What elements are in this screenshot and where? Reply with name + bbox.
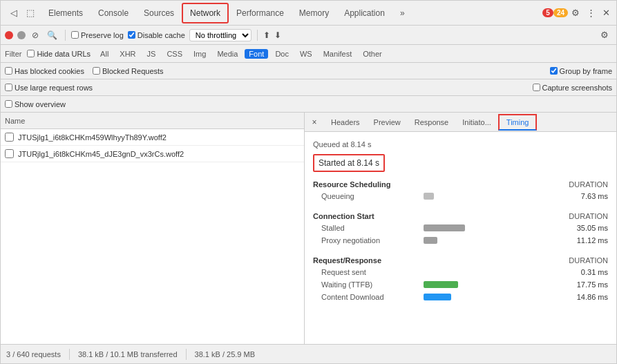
- preserve-log-text: Preserve log: [81, 31, 124, 39]
- network-settings-icon[interactable]: ⚙: [597, 28, 612, 43]
- request-response-section: Request/Response DURATION Request sent 0…: [313, 253, 608, 303]
- capture-screenshots-label[interactable]: Capture screenshots: [533, 84, 613, 92]
- tab-network[interactable]: Network: [182, 3, 229, 23]
- capture-screenshots-text: Capture screenshots: [542, 84, 613, 92]
- tab-console[interactable]: Console: [91, 3, 136, 23]
- tab-elements[interactable]: Elements: [41, 3, 91, 23]
- blocked-requests-label[interactable]: Blocked Requests: [93, 67, 164, 75]
- tab-performance[interactable]: Performance: [229, 3, 292, 23]
- stalled-bar: [424, 224, 465, 231]
- requests-count: 3 / 640 requests: [6, 350, 61, 358]
- resources-info: 38.1 kB / 25.9 MB: [195, 350, 255, 358]
- warning-badge: 24: [553, 8, 568, 17]
- divider-2: [257, 30, 258, 41]
- tab-memory[interactable]: Memory: [292, 3, 336, 23]
- transferred-info: 38.1 kB / 10.1 MB transferred: [78, 350, 178, 358]
- preserve-log-label[interactable]: Preserve log: [71, 31, 124, 39]
- large-rows-label[interactable]: Use large request rows: [5, 84, 93, 92]
- has-blocked-cookies-checkbox[interactable]: [5, 67, 12, 75]
- close-devtools-icon[interactable]: ✕: [598, 6, 614, 21]
- duration-label-3: DURATION: [569, 256, 608, 265]
- chip-img[interactable]: Img: [189, 49, 210, 59]
- devtools-tab-bar: ◁ ⬚ Elements Console Sources Network Per…: [1, 1, 616, 26]
- tab-timing[interactable]: Timing: [498, 114, 538, 131]
- tab-preview[interactable]: Preview: [367, 115, 408, 129]
- close-panel-button[interactable]: ×: [307, 115, 321, 129]
- resource-scheduling-header: Resource Scheduling DURATION: [313, 178, 608, 190]
- requests-header-label: Name: [5, 117, 25, 125]
- timing-tab-bar: × Headers Preview Response Initiato... T…: [305, 113, 616, 132]
- chip-js[interactable]: JS: [143, 49, 160, 59]
- queued-at: Queued at 8.14 s: [313, 137, 608, 151]
- chip-css[interactable]: CSS: [162, 49, 187, 59]
- chip-font[interactable]: Font: [245, 49, 268, 59]
- row-checkbox-1[interactable]: [5, 133, 14, 142]
- stalled-label: Stalled: [313, 224, 424, 232]
- blocked-requests-checkbox[interactable]: [93, 67, 100, 75]
- divider-1: [65, 30, 66, 41]
- group-by-frame-label[interactable]: Group by frame: [550, 67, 612, 75]
- status-bar: 3 / 640 requests 38.1 kB / 10.1 MB trans…: [1, 344, 616, 363]
- tab-sources[interactable]: Sources: [136, 3, 182, 23]
- disable-cache-label[interactable]: Disable cache: [128, 31, 185, 39]
- request-response-header: Request/Response DURATION: [313, 253, 608, 266]
- preserve-log-checkbox[interactable]: [71, 31, 79, 39]
- waiting-bar: [424, 281, 458, 288]
- main-area: Name JTUSjlg1_i6t8kCHKm459WlhyyTh89Y.wof…: [1, 113, 616, 344]
- chip-all[interactable]: All: [96, 49, 113, 59]
- waiting-duration: 17.75 ms: [567, 280, 608, 289]
- inspect-icon[interactable]: ⬚: [23, 6, 38, 21]
- group-by-frame-checkbox[interactable]: [550, 67, 558, 75]
- hide-data-urls-checkbox[interactable]: [27, 50, 35, 57]
- tab-initiator[interactable]: Initiato...: [455, 115, 498, 129]
- chip-media[interactable]: Media: [213, 49, 242, 59]
- show-overview-text: Show overview: [15, 100, 66, 108]
- options-row-3: Show overview: [1, 96, 616, 113]
- timing-panel: × Headers Preview Response Initiato... T…: [305, 113, 616, 344]
- tab-more[interactable]: »: [392, 3, 412, 23]
- settings-icon[interactable]: ⚙: [568, 6, 583, 21]
- options-left: Has blocked cookies Blocked Requests: [5, 67, 164, 75]
- search-icon[interactable]: 🔍: [45, 29, 59, 41]
- request-sent-label: Request sent: [313, 268, 424, 276]
- chip-other[interactable]: Other: [359, 49, 386, 59]
- chip-ws[interactable]: WS: [296, 49, 316, 59]
- table-row[interactable]: JTUSjlg1_i6t8kCHKm459WlhyyTh89Y.woff2: [1, 129, 304, 146]
- upload-icon[interactable]: ⬆: [263, 30, 270, 40]
- throttle-select[interactable]: No throttling: [189, 29, 251, 41]
- back-icon[interactable]: ◁: [6, 6, 21, 21]
- large-rows-checkbox[interactable]: [5, 84, 12, 91]
- hide-data-urls-label[interactable]: Hide data URLs: [27, 50, 91, 58]
- options-right-2: Capture screenshots: [533, 84, 613, 92]
- has-blocked-cookies-text: Has blocked cookies: [15, 67, 84, 75]
- request-name-2: JTURjlg1_i6t8kCHKm45_dJE3gnD_vx3rCs.woff…: [18, 150, 184, 158]
- ellipsis-icon[interactable]: ⋮: [583, 6, 598, 21]
- error-badge: 5: [542, 8, 553, 17]
- duration-label-2: DURATION: [569, 212, 608, 220]
- record-button[interactable]: [5, 31, 13, 39]
- row-checkbox-2[interactable]: [5, 149, 14, 158]
- chip-xhr[interactable]: XHR: [115, 49, 140, 59]
- chip-doc[interactable]: Doc: [271, 49, 293, 59]
- status-divider-1: [69, 349, 70, 360]
- disable-cache-text: Disable cache: [137, 31, 185, 39]
- duration-label-1: DURATION: [569, 180, 608, 189]
- clear-button[interactable]: [17, 31, 26, 39]
- filter-icon[interactable]: ⊘: [30, 29, 41, 41]
- disable-cache-checkbox[interactable]: [128, 31, 135, 39]
- tab-headers[interactable]: Headers: [324, 115, 367, 129]
- tab-application[interactable]: Application: [336, 3, 392, 23]
- show-overview-label[interactable]: Show overview: [5, 100, 66, 108]
- hide-data-urls-text: Hide data URLs: [37, 50, 91, 58]
- has-blocked-cookies-label[interactable]: Has blocked cookies: [5, 67, 84, 75]
- tab-response[interactable]: Response: [408, 115, 456, 129]
- show-overview-checkbox[interactable]: [5, 100, 12, 108]
- filter-chips: All XHR JS CSS Img Media Font Doc WS Man…: [96, 49, 386, 59]
- options-row-2: Use large request rows Capture screensho…: [1, 79, 616, 96]
- chip-manifest[interactable]: Manifest: [319, 49, 357, 59]
- download-icon[interactable]: ⬇: [274, 30, 281, 40]
- content-bar: [424, 294, 451, 300]
- table-row[interactable]: JTURjlg1_i6t8kCHKm45_dJE3gnD_vx3rCs.woff…: [1, 146, 304, 162]
- capture-screenshots-checkbox[interactable]: [533, 84, 540, 91]
- requests-header: Name: [1, 113, 304, 129]
